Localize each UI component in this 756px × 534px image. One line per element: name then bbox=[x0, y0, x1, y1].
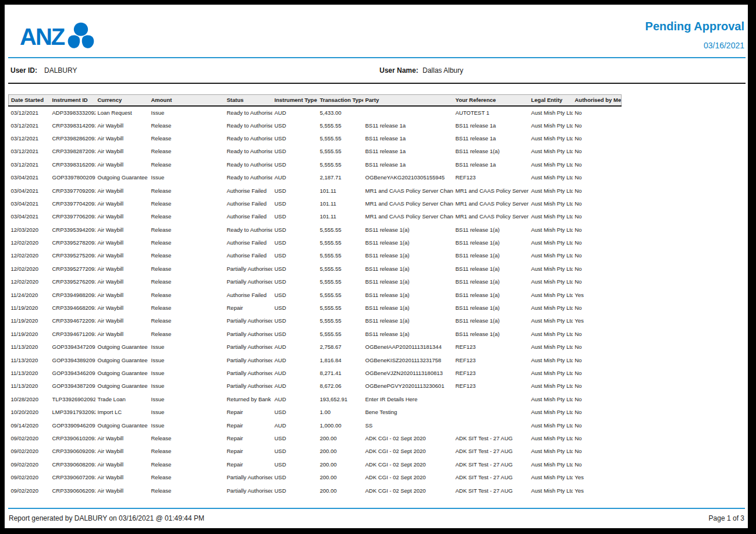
table-cell: ADK CGI - 02 Sept 2020 bbox=[363, 432, 453, 444]
table-cell: Air Waybill bbox=[95, 119, 149, 132]
table-row: 11/13/2020GOP33943892092Outgoing Guarant… bbox=[9, 353, 622, 366]
table-cell: 1,816.84 bbox=[318, 353, 363, 366]
table-cell: ADK SIT Test - 27 AUG bbox=[453, 445, 529, 458]
table-cell: USD bbox=[272, 119, 318, 132]
table-cell: 5,433.00 bbox=[318, 106, 363, 119]
table-cell: 09/02/2020 bbox=[9, 484, 50, 497]
table-cell: Aust Mish Pty Ltd bbox=[529, 432, 573, 444]
table-cell: Air Waybill bbox=[95, 197, 149, 210]
table-cell: BS11 release 1a bbox=[363, 145, 453, 158]
table-cell: 200.00 bbox=[318, 484, 363, 497]
table-cell: ADK SIT Test - 27 AUG bbox=[453, 471, 529, 483]
column-header: Authorised by Me bbox=[573, 95, 622, 106]
table-cell: 09/02/2020 bbox=[9, 471, 50, 483]
table-cell: Ready to Authorise bbox=[225, 158, 272, 171]
table-row: 12/03/2020CRP33953942092Air WaybillRelea… bbox=[9, 223, 622, 236]
table-cell: Release bbox=[149, 184, 225, 197]
table-row: 11/13/2020GOP33943472092Outgoing Guarant… bbox=[9, 341, 622, 353]
table-cell: Issue bbox=[149, 405, 225, 418]
table-cell: 8,271.41 bbox=[318, 366, 363, 379]
table-cell: Release bbox=[149, 223, 225, 236]
table-cell: BS11 release 1a bbox=[453, 158, 529, 171]
table-cell: 5,555.55 bbox=[318, 145, 363, 158]
table-cell: OGBeneKISZ20201113231758 bbox=[363, 353, 453, 366]
table-cell: BS11 release 1(a) bbox=[363, 262, 453, 275]
table-cell: GOP33909462092 bbox=[50, 419, 95, 432]
table-cell: ADK CGI - 02 Sept 2020 bbox=[363, 471, 453, 483]
table-cell: Partially Authorised bbox=[225, 341, 272, 353]
table-cell: No bbox=[573, 275, 622, 288]
table-cell: 1.00 bbox=[318, 405, 363, 418]
table-cell: Air Waybill bbox=[95, 145, 149, 158]
table-cell: Release bbox=[149, 197, 225, 210]
table-cell: 11/19/2020 bbox=[9, 301, 50, 314]
table-cell: MR1 and CAAS Policy Server Change bbox=[363, 197, 453, 210]
table-body: 03/12/2021ADP33983332092Loan RequestIssu… bbox=[9, 106, 622, 497]
table-cell: REF123 bbox=[453, 171, 529, 183]
table-cell: BS11 release 1a bbox=[363, 158, 453, 171]
table-cell: Authorise Failed bbox=[225, 288, 272, 301]
table-cell: 5,555.55 bbox=[318, 249, 363, 262]
table-cell: Aust Mish Pty Ltd bbox=[529, 223, 573, 236]
table-cell: Enter IR Details Here bbox=[363, 392, 453, 405]
table-cell: ADK CGI - 02 Sept 2020 bbox=[363, 484, 453, 497]
table-cell: 2,758.67 bbox=[318, 341, 363, 353]
table-cell: Aust Mish Pty Ltd bbox=[529, 366, 573, 379]
table-cell: 12/02/2020 bbox=[9, 236, 50, 249]
table-cell: Ready to Authorise bbox=[225, 223, 272, 236]
table-row: 11/19/2020CRP33946712092Air WaybillRelea… bbox=[9, 327, 622, 340]
table-cell: Outgoing Guarantee bbox=[95, 353, 149, 366]
table-row: 03/12/2021ADP33983332092Loan RequestIssu… bbox=[9, 106, 622, 119]
table-cell: No bbox=[573, 132, 622, 144]
column-header: Date Started bbox=[9, 95, 50, 106]
table-cell: Bene Testing bbox=[363, 405, 453, 418]
table-cell: CRP33952762092 bbox=[50, 275, 95, 288]
table-cell: BS11 release 1(a) bbox=[453, 275, 529, 288]
table-cell: 5,555.55 bbox=[318, 288, 363, 301]
table-cell: Air Waybill bbox=[95, 458, 149, 471]
table-cell: 101.11 bbox=[318, 197, 363, 210]
table-cell: USD bbox=[272, 445, 318, 458]
table-cell: Release bbox=[149, 119, 225, 132]
footer-row: Report generated by DALBURY on 03/16/202… bbox=[8, 509, 745, 524]
table-cell: Air Waybill bbox=[95, 132, 149, 144]
table-row: 03/12/2021CRP33982862092Air WaybillRelea… bbox=[9, 132, 622, 144]
table-cell: AUD bbox=[272, 392, 318, 405]
table-cell: Issue bbox=[149, 419, 225, 432]
table-cell: No bbox=[573, 458, 622, 471]
table-cell: Repair bbox=[225, 445, 272, 458]
table-cell: Returned by Bank bbox=[225, 392, 272, 405]
table-cell: Air Waybill bbox=[95, 301, 149, 314]
pending-approval-table-wrap: Date StartedInstrument IDCurrencyAmountS… bbox=[8, 94, 746, 497]
table-cell: Partially Authorised bbox=[225, 366, 272, 379]
table-cell: 200.00 bbox=[318, 445, 363, 458]
table-row: 11/24/2020CRP33949882092Air WaybillRelea… bbox=[9, 288, 622, 301]
table-cell: Aust Mish Pty Ltd bbox=[529, 145, 573, 158]
table-cell: Release bbox=[149, 158, 225, 171]
table-cell: Outgoing Guarantee bbox=[95, 419, 149, 432]
table-cell: CRP33977062092 bbox=[50, 210, 95, 223]
table-cell: USD bbox=[272, 184, 318, 197]
table-row: 12/02/2020CRP33952752092Air WaybillRelea… bbox=[9, 249, 622, 262]
table-cell: BS11 release 1a bbox=[363, 132, 453, 144]
table-row: 10/28/2020TLP33926902092Trade LoanIssueR… bbox=[9, 392, 622, 405]
table-cell: Ready to Authorise bbox=[225, 106, 272, 119]
table-cell: BS11 release 1a bbox=[453, 132, 529, 144]
table-cell: Trade Loan bbox=[95, 392, 149, 405]
table-cell: Issue bbox=[149, 380, 225, 392]
anz-lotus-icon bbox=[65, 21, 97, 52]
table-cell: Aust Mish Pty Ltd bbox=[529, 236, 573, 249]
table-cell: 5,555.55 bbox=[318, 158, 363, 171]
table-cell: USD bbox=[272, 262, 318, 275]
table-head: Date StartedInstrument IDCurrencyAmountS… bbox=[9, 95, 622, 106]
table-cell: 12/02/2020 bbox=[9, 275, 50, 288]
table-cell: Repair bbox=[225, 419, 272, 432]
table-cell: Partially Authorised bbox=[225, 380, 272, 392]
table-cell: USD bbox=[272, 327, 318, 340]
table-cell: BS11 release 1(a) bbox=[453, 327, 529, 340]
table-cell: No bbox=[573, 327, 622, 340]
table-row: 11/13/2020GOP33943872092Outgoing Guarant… bbox=[9, 380, 622, 392]
table-cell: 5,555.55 bbox=[318, 262, 363, 275]
table-cell: 8,672.06 bbox=[318, 380, 363, 392]
table-cell: USD bbox=[272, 132, 318, 144]
